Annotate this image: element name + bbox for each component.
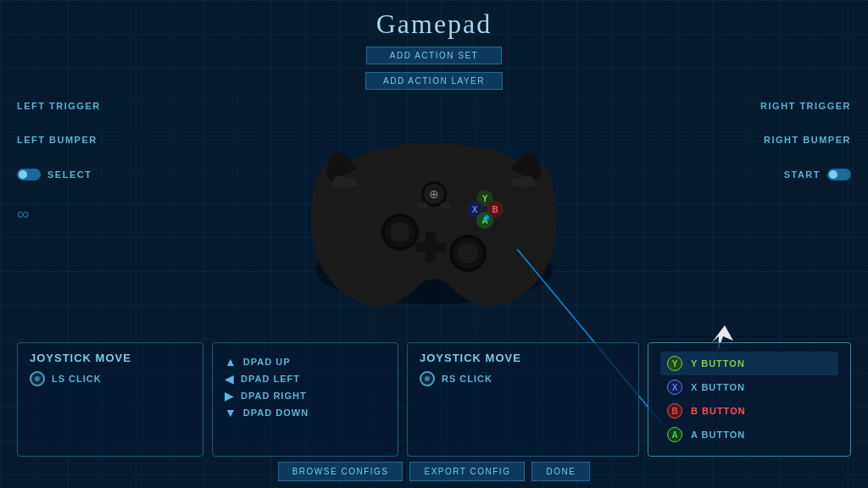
add-action-layer-button[interactable]: ADD ACTION LAYER [365, 72, 503, 90]
y-button-icon: Y [667, 356, 682, 371]
select-toggle[interactable] [17, 169, 41, 180]
header: Gamepad ADD ACTION SET ADD ACTION LAYER [0, 0, 868, 92]
svg-point-6 [458, 243, 478, 263]
svg-point-22 [484, 215, 489, 220]
right-bumper-label: RIGHT BUMPER [764, 135, 851, 145]
ls-click-label: LS CLICK [52, 374, 102, 384]
svg-text:⊕: ⊕ [429, 187, 439, 201]
right-joystick-title: JOYSTICK MOVE [420, 352, 626, 364]
dpad-left-item[interactable]: ◀ DPAD LEFT [225, 372, 386, 385]
dpad-right-icon: ▶ [225, 389, 234, 402]
browse-configs-button[interactable]: BROWSE CONFIGS [278, 462, 403, 481]
ls-joystick-icon [30, 371, 45, 386]
left-joystick-title: JOYSTICK MOVE [30, 352, 191, 364]
controller-area: ⊕ Y X B A [290, 92, 578, 330]
svg-rect-21 [441, 202, 451, 208]
dpad-right-item[interactable]: ▶ DPAD RIGHT [225, 389, 386, 402]
dpad-down-icon: ▼ [225, 406, 236, 419]
right-trigger-label: RIGHT TRIGGER [760, 101, 851, 111]
rs-click-item[interactable]: RS CLICK [420, 371, 626, 386]
toggle-dot [19, 170, 27, 179]
dpad-down-item[interactable]: ▼ DPAD DOWN [225, 406, 386, 419]
main-area: LEFT TRIGGER LEFT BUMPER SELECT ∞ RIGHT … [0, 92, 868, 457]
select-row: SELECT [17, 169, 101, 180]
x-button-item[interactable]: X X BUTTON [660, 375, 838, 399]
dpad-panel: ▲ DPAD UP ◀ DPAD LEFT ▶ DPAD RIGHT ▼ DPA… [212, 342, 398, 457]
right-joystick-panel: JOYSTICK MOVE RS CLICK [407, 342, 639, 457]
left-joystick-panel: JOYSTICK MOVE LS CLICK [17, 342, 203, 457]
header-buttons: ADD ACTION SET ADD ACTION LAYER [0, 44, 868, 92]
svg-point-3 [390, 222, 410, 242]
svg-text:X: X [472, 205, 478, 214]
footer: BROWSE CONFIGS EXPORT CONFIG DONE [0, 455, 868, 488]
start-toggle[interactable] [827, 169, 851, 180]
b-button-item[interactable]: B B BUTTON [660, 399, 838, 423]
start-row: START [784, 169, 851, 180]
dpad-left-label: DPAD LEFT [241, 374, 300, 384]
buttons-panel: Y Y BUTTON X X BUTTON B B BUTTON A A BUT… [648, 342, 851, 457]
b-button-label: B BUTTON [691, 406, 746, 416]
controller-image: ⊕ Y X B A [290, 92, 578, 330]
svg-text:Y: Y [482, 194, 488, 203]
start-label: START [784, 169, 821, 180]
a-button-item[interactable]: A A BUTTON [660, 423, 838, 446]
add-action-set-button[interactable]: ADD ACTION SET [366, 47, 502, 64]
dpad-left-icon: ◀ [225, 372, 234, 385]
x-button-label: X BUTTON [691, 382, 745, 392]
a-button-icon: A [667, 427, 682, 442]
done-button[interactable]: DONE [531, 462, 590, 481]
svg-rect-20 [417, 202, 427, 208]
dpad-up-item[interactable]: ▲ DPAD UP [225, 355, 386, 369]
ls-click-item[interactable]: LS CLICK [30, 371, 191, 386]
x-button-icon: X [667, 380, 682, 395]
export-config-button[interactable]: EXPORT CONFIG [409, 462, 525, 481]
page-title: Gamepad [0, 8, 868, 40]
select-label: SELECT [47, 169, 92, 180]
rs-joystick-dot [425, 376, 430, 381]
y-button-item[interactable]: Y Y BUTTON [660, 352, 838, 375]
a-button-label: A BUTTON [691, 430, 745, 440]
bottom-panels: JOYSTICK MOVE LS CLICK ▲ DPAD UP ◀ DPAD … [17, 342, 851, 457]
dpad-up-label: DPAD UP [243, 357, 291, 367]
b-button-icon: B [667, 403, 682, 419]
svg-text:B: B [492, 205, 498, 214]
ls-joystick-dot [35, 376, 40, 381]
y-button-label: Y BUTTON [691, 358, 745, 369]
right-labels: RIGHT TRIGGER RIGHT BUMPER START [760, 101, 851, 180]
infinity-icon: ∞ [17, 204, 101, 224]
toggle-dot-start [829, 170, 837, 179]
dpad-down-label: DPAD DOWN [243, 408, 309, 418]
rs-click-label: RS CLICK [442, 374, 492, 384]
dpad-right-label: DPAD RIGHT [241, 391, 307, 401]
rs-joystick-icon [420, 371, 435, 386]
svg-rect-8 [415, 242, 446, 252]
left-bumper-label: LEFT BUMPER [17, 135, 101, 145]
left-labels: LEFT TRIGGER LEFT BUMPER SELECT ∞ [17, 101, 101, 224]
left-trigger-label: LEFT TRIGGER [17, 101, 101, 111]
dpad-up-icon: ▲ [225, 355, 236, 369]
